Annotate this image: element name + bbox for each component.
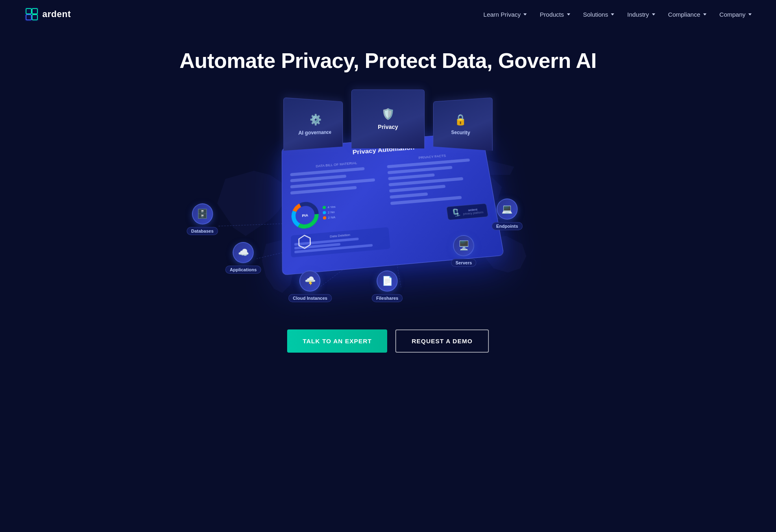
hero-section: Automate Privacy, Protect Data, Govern A… (0, 28, 776, 369)
lock-icon: 🔒 (455, 113, 466, 126)
nav-link-learn-privacy[interactable]: Learn Privacy (484, 11, 527, 18)
servers-icon-circle: 🖥️ (453, 235, 474, 256)
cta-buttons: TALK TO AN EXPERT REQUEST A DEMO (8, 329, 768, 369)
nav-link-compliance[interactable]: Compliance (668, 11, 706, 18)
top-panels: ⚙️ AI governance 🛡️ Privacy 🔒 Security (283, 89, 493, 148)
nav-link-products[interactable]: Products (540, 11, 570, 18)
node-fileshares: 📄 Fileshares (372, 270, 403, 302)
nav-item-products[interactable]: Products (540, 11, 570, 18)
visual-container: ⚙️ AI governance 🛡️ Privacy 🔒 Security P… (164, 89, 612, 317)
nav-link-solutions[interactable]: Solutions (583, 11, 615, 18)
shield-check-icon: 🛡️ (381, 108, 395, 120)
fileshares-label: Fileshares (372, 294, 403, 302)
endpoints-label: Endpoints (492, 222, 523, 230)
data-bar-7 (388, 173, 435, 180)
node-endpoints: 💻 Endpoints (492, 198, 523, 230)
dbom-label: Data Bill of Material (290, 159, 383, 170)
cloud-apps-icon: ☁️ (238, 247, 249, 258)
data-bar-9 (389, 185, 446, 192)
server-icon: 🖥️ (458, 240, 469, 251)
databases-label: Databases (187, 227, 218, 235)
chevron-down-icon (611, 13, 614, 15)
endpoints-icon-circle: 💻 (497, 198, 518, 220)
file-icon: 📄 (382, 276, 393, 286)
logo-icon (24, 7, 39, 22)
database-icon: 🗄️ (197, 209, 208, 219)
pia-donut-chart: PIA (290, 200, 320, 231)
nav-item-solutions[interactable]: Solutions (583, 11, 615, 18)
logo[interactable]: ardent (24, 7, 71, 22)
svg-rect-0 (24, 7, 39, 22)
chevron-down-icon (523, 13, 527, 15)
cloud-instances-icon-circle: 🌩️ (299, 270, 320, 292)
databases-icon-circle: 🗄️ (192, 203, 213, 225)
brand-name: ardent (42, 9, 71, 20)
data-bar-10 (390, 192, 428, 198)
cloud-instances-label: Cloud Instances (288, 294, 332, 302)
node-databases: 🗄️ Databases (187, 203, 218, 235)
navbar: ardent Learn Privacy Products Solutions … (0, 0, 776, 28)
cloud-icon: 🌩️ (305, 276, 316, 286)
fileshares-icon-circle: 📄 (377, 270, 398, 292)
panel-privacy: 🛡️ Privacy (351, 89, 425, 148)
chevron-down-icon (567, 13, 570, 15)
chevron-down-icon (703, 13, 706, 15)
chip-icon: ⚙️ (310, 113, 321, 126)
node-applications: ☁️ Applications (225, 242, 261, 274)
hero-headline: Automate Privacy, Protect Data, Govern A… (8, 49, 768, 73)
talk-to-expert-button[interactable]: TALK TO AN EXPERT (287, 329, 387, 353)
database-cylinder-icon: 🗜️ (451, 208, 461, 218)
panel-security: 🔒 Security (433, 97, 493, 150)
nav-item-learn-privacy[interactable]: Learn Privacy (484, 11, 527, 18)
nav-link-industry[interactable]: Industry (627, 11, 655, 18)
request-demo-button[interactable]: REQUEST A DEMO (395, 329, 489, 353)
laptop-icon: 💻 (501, 204, 512, 214)
hex-cluster-icon: ⬡ (297, 231, 312, 252)
nav-links: Learn Privacy Products Solutions Industr… (484, 11, 752, 18)
chevron-down-icon (652, 13, 655, 15)
nav-item-compliance[interactable]: Compliance (668, 11, 706, 18)
panel-ai-governance: ⚙️ AI governance (283, 97, 343, 150)
servers-label: Servers (451, 259, 476, 267)
nav-link-company[interactable]: Company (719, 11, 752, 18)
chevron-down-icon (748, 13, 752, 15)
nav-item-industry[interactable]: Industry (627, 11, 655, 18)
node-cloud-instances: 🌩️ Cloud Instances (288, 270, 332, 302)
applications-icon-circle: ☁️ (233, 242, 254, 263)
svg-text:PIA: PIA (302, 213, 308, 218)
nav-item-company[interactable]: Company (719, 11, 752, 18)
node-servers: 🖥️ Servers (451, 235, 476, 267)
applications-label: Applications (225, 266, 261, 274)
